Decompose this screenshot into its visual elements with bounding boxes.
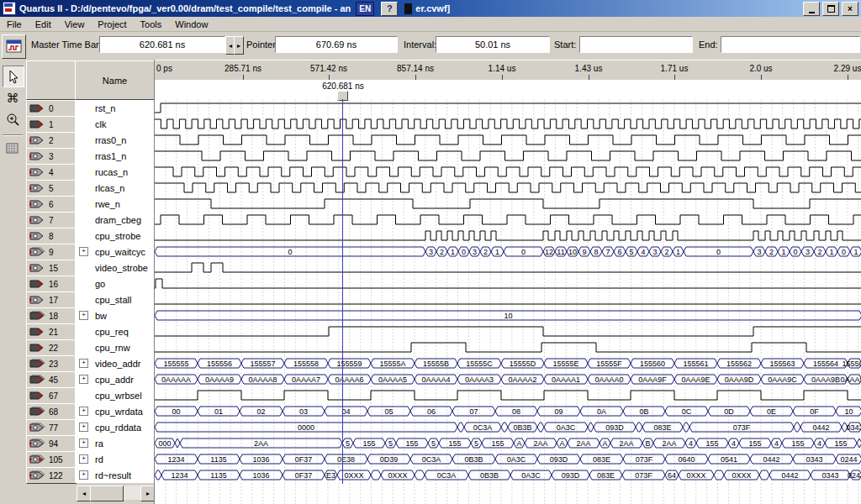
minimize-button[interactable]	[803, 2, 820, 16]
signal-number-cell-rwe_n[interactable]: 6	[26, 196, 77, 213]
waveform-row-cpu_addr[interactable]: 0AAAAA0AAAA90AAAA80AAAA70AAAA60AAAA50AAA…	[155, 375, 861, 384]
signal-number-cell-rras1_n[interactable]: 3	[26, 148, 77, 165]
expand-toggle[interactable]: +	[79, 311, 88, 320]
signal-name-cell-go[interactable]: go	[75, 276, 154, 291]
waveform-row-cpu_waitcyc[interactable]: 0321032101211109876543210321032101	[155, 247, 861, 256]
signal-name-cell-cpu_rnw[interactable]: cpu_rnw	[75, 339, 154, 355]
time-axis-header[interactable]: 0 ps285.71 ns571.42 ns857.14 ns1.14 us1.…	[155, 60, 861, 81]
selection-tool-button[interactable]	[3, 66, 24, 87]
signal-name-cell-rras1_n[interactable]: rras1_n	[75, 148, 154, 164]
signal-name-cell-rd[interactable]: +rd	[75, 451, 154, 467]
signal-name-cell-cpu_stall[interactable]: cpu_stall	[75, 291, 154, 307]
waveform-row-cpu_rnw[interactable]	[155, 343, 861, 352]
signal-name-cell-bw[interactable]: +bw	[75, 307, 154, 323]
signal-number-cell-dram_cbeg[interactable]: 7	[26, 212, 77, 228]
waveform-canvas[interactable]: 0321032101211109876543210321032101101555…	[155, 100, 861, 504]
full-screen-tool-button[interactable]	[3, 139, 23, 159]
signal-name-cell-cpu_req[interactable]: cpu_req	[75, 323, 154, 339]
waveform-row-rlcas_n[interactable]	[155, 183, 861, 192]
waveform-row-rras1_n[interactable]	[155, 151, 861, 160]
expand-toggle[interactable]: +	[79, 438, 88, 448]
waveform-edit-tool-button[interactable]: ⌘	[3, 88, 23, 108]
menu-project[interactable]: Project	[91, 18, 133, 30]
restore-button[interactable]	[822, 2, 839, 16]
waveform-row-rucas_n[interactable]	[155, 167, 861, 176]
waveform-row-rwe_n[interactable]	[155, 199, 861, 208]
waveform-row-rras0_n[interactable]	[155, 135, 861, 144]
zoom-tool-button[interactable]	[3, 110, 23, 130]
signal-number-cell-cpu_rnw[interactable]: 22	[26, 339, 77, 356]
signal-number-cell-cpu_req[interactable]: 21	[26, 323, 77, 340]
signal-number-cell-clk[interactable]: 1	[26, 116, 77, 133]
menu-tools[interactable]: Tools	[134, 18, 169, 30]
end-field[interactable]	[721, 36, 860, 53]
waveform-row-video_addr[interactable]: 15555515555615555715555815555915555A1555…	[155, 359, 861, 368]
waveform-row-go[interactable]	[155, 279, 861, 288]
close-button[interactable]: ×	[842, 2, 858, 16]
waveform-row-cpu_req[interactable]	[155, 327, 861, 336]
waveform-row-cpu_wrdata[interactable]: 000102030405060708090A0B0C0D0E0F10	[155, 407, 861, 416]
waveform-row-cpu_strobe[interactable]	[155, 231, 861, 240]
signal-number-cell-cpu_wrdata[interactable]: 68	[26, 403, 77, 420]
signal-name-cell-cpu_addr[interactable]: +cpu_addr	[75, 371, 154, 387]
signal-name-cell-rlcas_n[interactable]: rlcas_n	[75, 180, 154, 196]
scrollbar-thumb[interactable]	[90, 486, 124, 501]
signal-number-cell-cpu_waitcyc[interactable]: 9	[26, 244, 77, 260]
signal-name-cell-rucas_n[interactable]: rucas_n	[75, 164, 154, 180]
signal-number-cell-cpu_rddata[interactable]: 77	[26, 419, 77, 436]
signal-number-cell-rd~result[interactable]: 122	[26, 467, 77, 484]
expand-toggle[interactable]: +	[79, 247, 88, 256]
signal-number-cell-rd[interactable]: 105	[26, 451, 77, 468]
signal-name-cell-cpu_waitcyc[interactable]: +cpu_waitcyc	[75, 244, 154, 260]
expand-toggle[interactable]: +	[79, 359, 88, 368]
signal-name-cell-cpu_strobe[interactable]: cpu_strobe	[75, 228, 154, 244]
signal-name-cell-video_addr[interactable]: +video_addr	[75, 355, 154, 371]
signal-name-cell-rd~result[interactable]: +rd~result	[75, 467, 154, 483]
expand-toggle[interactable]: +	[79, 375, 88, 384]
signal-number-cell-cpu_strobe[interactable]: 8	[26, 228, 77, 244]
signal-name-cell-dram_cbeg[interactable]: dram_cbeg	[75, 212, 154, 228]
waveform-row-cpu_wrbsel[interactable]	[155, 391, 861, 400]
signal-number-cell-bw[interactable]: 18	[26, 307, 77, 324]
master-time-bar-field[interactable]: 620.681 ns	[99, 36, 225, 53]
signal-number-cell-video_addr[interactable]: 23	[26, 355, 77, 372]
signal-name-cell-clk[interactable]: clk	[75, 116, 154, 132]
waveform-row-cpu_rddata[interactable]: 00000C3A0B3B0A3C093D083E073F04420343	[155, 423, 861, 432]
signal-name-cell-cpu_rddata[interactable]: +cpu_rddata	[75, 419, 154, 435]
expand-toggle[interactable]: +	[79, 470, 88, 480]
signal-name-cell-cpu_wrdata[interactable]: +cpu_wrdata	[75, 403, 154, 419]
signal-number-cell-cpu_addr[interactable]: 45	[26, 371, 77, 388]
signal-number-cell-cpu_wrbsel[interactable]: 67	[26, 387, 77, 404]
signal-number-cell-rlcas_n[interactable]: 5	[26, 180, 77, 197]
start-field[interactable]	[579, 36, 693, 53]
waveform-row-clk[interactable]	[155, 119, 861, 129]
waveform-editor-button[interactable]	[2, 34, 26, 59]
signal-name-cell-rst_n[interactable]: rst_n	[75, 100, 154, 116]
waveform-row-bw[interactable]: 10	[155, 311, 861, 320]
signal-number-cell-video_strobe[interactable]: 15	[26, 260, 77, 276]
waveform-row-ra[interactable]: 0002AA5155515551555155A2AAA2AAA2AAB2AA41…	[155, 438, 861, 448]
signal-number-cell-cpu_stall[interactable]: 17	[26, 291, 77, 308]
menu-edit[interactable]: Edit	[29, 18, 58, 30]
signal-number-cell-rucas_n[interactable]: 4	[26, 164, 77, 181]
waveform-row-dram_cbeg[interactable]	[155, 215, 861, 224]
signal-name-cell-ra[interactable]: +ra	[75, 435, 154, 451]
names-horizontal-scrollbar[interactable]: ◂ ▸	[77, 486, 154, 500]
language-indicator[interactable]: EN	[356, 2, 374, 16]
waveform-row-rd[interactable]: 1234113510360F370E380D390C3A0B3B0A3C093D…	[155, 454, 861, 464]
signal-number-cell-rras0_n[interactable]: 2	[26, 132, 77, 149]
menu-file[interactable]: File	[0, 18, 29, 30]
expand-toggle[interactable]: +	[79, 407, 88, 416]
waveform-row-rst_n[interactable]	[155, 103, 861, 113]
master-time-marker-line[interactable]	[342, 99, 343, 484]
expand-toggle[interactable]: +	[79, 454, 88, 464]
waveform-row-video_strobe[interactable]	[155, 263, 861, 272]
master-time-spin-right[interactable]: ▸	[234, 36, 244, 55]
waveform-row-rd~result[interactable]: 1234113510360F37E30XXX0XXX0C3A0B3B0A3C09…	[155, 470, 861, 480]
expand-toggle[interactable]: +	[79, 423, 88, 432]
signal-name-cell-rwe_n[interactable]: rwe_n	[75, 196, 154, 212]
signal-name-cell-rras0_n[interactable]: rras0_n	[75, 132, 154, 148]
signal-number-cell-ra[interactable]: 94	[26, 435, 77, 452]
signal-name-cell-cpu_wrbsel[interactable]: cpu_wrbsel	[75, 387, 154, 403]
menu-window[interactable]: Window	[168, 18, 214, 30]
